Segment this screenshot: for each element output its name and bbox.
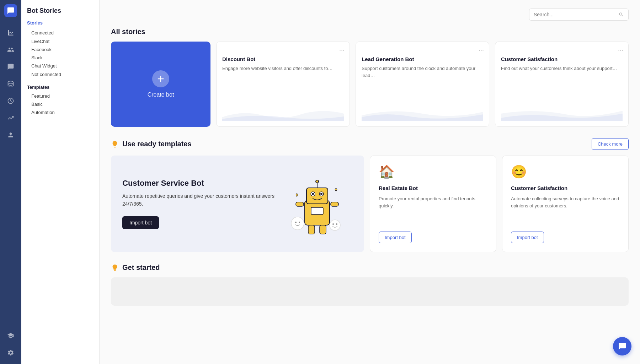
sidebar-item-slack[interactable]: Slack <box>27 54 94 62</box>
nav-database[interactable] <box>4 77 18 91</box>
sidebar-item-facebook[interactable]: Facebook <box>27 45 94 54</box>
main-content: All stories Create bot ··· Discount Bot … <box>100 0 640 364</box>
sidebar-item-livechat[interactable]: LiveChat <box>27 37 94 45</box>
sidebar-item-featured[interactable]: Featured <box>27 92 94 100</box>
story-card-title-2: Customer Satisfaction <box>501 56 623 62</box>
create-bot-card[interactable]: Create bot <box>111 42 210 127</box>
story-card-0: ··· Discount Bot Engage more website vis… <box>216 42 350 127</box>
create-bot-icon <box>152 70 169 87</box>
sidebar-item-automation[interactable]: Automation <box>27 108 94 116</box>
template-featured-title: Customer Service Bot <box>122 179 274 188</box>
stories-cards-row: Create bot ··· Discount Bot Engage more … <box>111 42 629 127</box>
story-card-title-1: Lead Generation Bot <box>362 56 483 62</box>
svg-point-16 <box>299 222 300 223</box>
lightbulb-icon <box>111 140 119 148</box>
template-cards-row: Customer Service Bot Automate repetitive… <box>111 156 629 252</box>
get-started-card <box>111 277 629 306</box>
svg-point-7 <box>320 193 322 195</box>
sidebar-item-connected[interactable]: Connected <box>27 28 94 37</box>
import-bot-button-satisfaction[interactable]: Import bot <box>511 232 544 243</box>
get-started-lightbulb-icon <box>111 264 119 272</box>
story-card-2: ··· Customer Satisfaction Find out what … <box>495 42 629 127</box>
check-more-button[interactable]: Check more <box>592 138 629 150</box>
templates-section-title: Use ready templates <box>111 140 192 148</box>
sidebar: Bot Stories Stories Connected LiveChat F… <box>21 0 100 364</box>
sidebar-stories-label[interactable]: Stories <box>27 20 94 26</box>
story-card-menu-0[interactable]: ··· <box>339 47 345 54</box>
nav-clock[interactable] <box>4 94 18 108</box>
all-stories-title: All stories <box>111 28 629 36</box>
get-started-title: Get started <box>111 264 629 272</box>
svg-point-6 <box>312 193 314 195</box>
nav-group[interactable] <box>4 128 18 142</box>
svg-rect-12 <box>311 207 323 214</box>
story-card-menu-1[interactable]: ··· <box>479 47 484 54</box>
svg-point-18 <box>336 223 337 225</box>
template-featured-text: Customer Service Bot Automate repetitive… <box>122 179 274 229</box>
app-logo[interactable] <box>4 4 17 17</box>
story-card-desc-1: Support customers around the clock and a… <box>362 65 483 79</box>
svg-rect-8 <box>296 202 304 206</box>
icon-bar <box>0 0 21 364</box>
story-card-wave-2 <box>501 107 623 121</box>
search-box[interactable] <box>529 9 629 21</box>
svg-rect-9 <box>331 202 338 206</box>
main-header <box>111 9 629 21</box>
template-card-satisfaction: 😊 Customer Satisfaction Automate collect… <box>502 156 629 252</box>
template-card-title-satisfaction: Customer Satisfaction <box>511 185 620 191</box>
import-bot-button-realestate[interactable]: Import bot <box>379 232 412 243</box>
nav-settings[interactable] <box>4 346 18 360</box>
nav-trend[interactable] <box>4 111 18 125</box>
sidebar-item-chatwidget[interactable]: Chat Widget <box>27 62 94 70</box>
import-bot-button-featured[interactable]: Import bot <box>122 216 159 229</box>
svg-point-3 <box>316 180 319 183</box>
story-card-1: ··· Lead Generation Bot Support customer… <box>356 42 489 127</box>
story-card-desc-2: Find out what your customers think about… <box>501 65 623 72</box>
story-card-desc-0: Engage more website visitors and offer d… <box>222 65 344 72</box>
satisfaction-icon: 😊 <box>511 164 620 179</box>
svg-rect-1 <box>306 188 328 204</box>
chat-float-button[interactable] <box>613 337 631 355</box>
templates-section-header: Use ready templates Check more <box>111 138 629 150</box>
sidebar-item-notconnected[interactable]: Not connected <box>27 70 94 79</box>
template-featured-card: Customer Service Bot Automate repetitive… <box>111 156 364 252</box>
template-featured-desc: Automate repetitive queries and give you… <box>122 192 274 208</box>
svg-point-15 <box>295 222 297 223</box>
svg-point-14 <box>330 220 340 230</box>
template-card-realestate: 🏠 Real Estate Bot Promote your rental pr… <box>370 156 496 252</box>
nav-analytics[interactable] <box>4 26 18 40</box>
nav-contacts[interactable] <box>4 43 18 57</box>
nav-school[interactable] <box>4 328 18 343</box>
nav-chat[interactable] <box>4 60 18 74</box>
svg-point-13 <box>291 217 304 230</box>
template-featured-illustration <box>282 168 353 239</box>
template-card-desc-satisfaction: Automate collecting surveys to capture t… <box>511 195 620 227</box>
search-icon <box>619 12 624 17</box>
search-input[interactable] <box>534 12 616 17</box>
story-card-title-0: Discount Bot <box>222 56 344 62</box>
template-card-title-realestate: Real Estate Bot <box>379 185 487 191</box>
sidebar-title: Bot Stories <box>27 7 94 15</box>
story-card-wave-0 <box>222 107 344 121</box>
create-bot-label: Create bot <box>148 92 174 98</box>
svg-point-17 <box>332 223 334 225</box>
realestate-icon: 🏠 <box>379 164 487 179</box>
svg-rect-10 <box>308 225 315 234</box>
sidebar-item-basic[interactable]: Basic <box>27 100 94 108</box>
sidebar-templates-label[interactable]: Templates <box>27 85 94 90</box>
story-card-menu-2[interactable]: ··· <box>618 47 623 54</box>
story-card-wave-1 <box>362 107 483 121</box>
template-card-desc-realestate: Promote your rental properties and find … <box>379 195 487 227</box>
svg-rect-11 <box>320 225 326 234</box>
